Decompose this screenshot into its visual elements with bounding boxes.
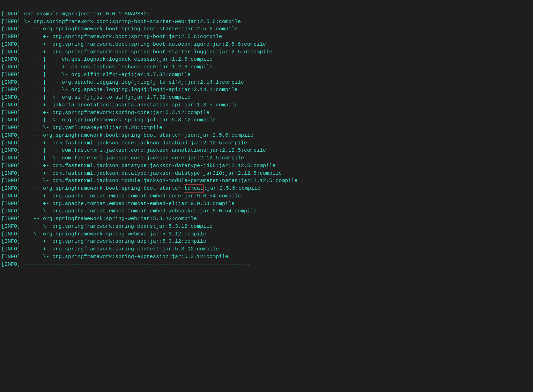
line-text: | +- org.apache.tomcat.embed:tomcat-embe… — [20, 200, 235, 208]
terminal-line: [INFO] | | \- com.fasterxml.jackson.core… — [1, 154, 532, 162]
terminal-line: [INFO] +- org.springframework:spring-con… — [1, 246, 532, 253]
info-tag: [INFO] — [1, 79, 20, 86]
line-text: | | | \- org.apache.logging.log4j:log4j-… — [20, 86, 238, 94]
info-tag: [INFO] — [1, 41, 20, 48]
line-text: | | +- org.apache.logging.log4j:log4j-to… — [20, 79, 244, 86]
terminal-line: [INFO] | +- org.apache.tomcat.embed:tomc… — [1, 200, 532, 208]
info-tag: [INFO] — [1, 215, 20, 223]
line-text: | +- com.fasterxml.jackson.core:jackson-… — [20, 140, 247, 147]
terminal-line: [INFO] +- org.springframework:spring-aop… — [1, 238, 532, 246]
line-text-after: :jar:2.5.6:compile — [203, 185, 260, 193]
terminal-line: [INFO] | | +- com.fasterxml.jackson.core… — [1, 147, 532, 154]
info-tag: [INFO] — [1, 101, 20, 109]
info-tag: [INFO] — [1, 25, 20, 33]
info-tag: [INFO] — [1, 63, 20, 71]
info-tag: [INFO] — [1, 223, 20, 231]
line-text: +- org.springframework.boot:spring-boot-… — [20, 25, 238, 33]
info-tag: [INFO] — [1, 48, 20, 56]
info-tag: [INFO] — [1, 261, 20, 269]
line-text: | +- org.springframework:spring-core:jar… — [20, 109, 209, 117]
terminal-line: [INFO] | +- org.springframework.boot:spr… — [1, 48, 532, 56]
line-text: \- org.springframework:spring-expression… — [20, 253, 228, 261]
terminal-line: [INFO] | +- org.springframework.boot:spr… — [1, 33, 532, 41]
info-tag: [INFO] — [1, 170, 20, 178]
line-text: | | \- org.slf4j:jul-to-slf4j:jar:1.7.32… — [20, 94, 191, 101]
terminal-line: [INFO] | +- com.fasterxml.jackson.dataty… — [1, 170, 532, 178]
info-tag: [INFO] — [1, 177, 20, 185]
info-tag: [INFO] — [1, 116, 20, 124]
info-tag: [INFO] — [1, 238, 20, 246]
info-tag: [INFO] — [1, 246, 20, 253]
info-tag: [INFO] — [1, 56, 20, 63]
line-text: +- org.springframework:spring-aop:jar:5.… — [20, 238, 206, 246]
terminal-output: [INFO] com.example:myproject:jar:0.0.1-S… — [0, 0, 533, 271]
info-tag: [INFO] — [1, 208, 20, 215]
terminal-line: [INFO] | \- org.apache.tomcat.embed:tomc… — [1, 208, 532, 215]
terminal-line: [INFO] | \- org.yaml:snakeyaml:jar:1.28:… — [1, 124, 532, 132]
line-text: \- org.springframework.boot:spring-boot-… — [20, 18, 241, 26]
info-tag: [INFO] — [1, 147, 20, 154]
line-text: \- org.springframework:spring-webmvc:jar… — [20, 231, 206, 238]
line-text: | | | +- ch.qos.logback:logback-core:jar… — [20, 63, 213, 71]
line-text: | \- com.fasterxml.jackson.module:jackso… — [20, 177, 297, 185]
terminal-line: [INFO] | +- com.fasterxml.jackson.core:j… — [1, 140, 532, 147]
line-text: | +- jakarta.annotation:jakarta.annotati… — [20, 101, 238, 109]
line-text: | \- org.springframework:spring-beans:ja… — [20, 223, 213, 231]
info-tag: [INFO] — [1, 185, 20, 193]
terminal-line: [INFO] +- org.springframework.boot:sprin… — [1, 132, 532, 140]
line-text: +- org.springframework:spring-web:jar:5.… — [20, 215, 197, 223]
line-text: +- org.springframework:spring-context:ja… — [20, 246, 219, 253]
terminal-line: [INFO] +- org.springframework:spring-web… — [1, 215, 532, 223]
info-tag: [INFO] — [1, 200, 20, 208]
terminal-line: [INFO] | +- jakarta.annotation:jakarta.a… — [1, 101, 532, 109]
terminal-line: [INFO] | +- org.springframework:spring-c… — [1, 109, 532, 117]
terminal-line: [INFO] | | +- org.apache.logging.log4j:l… — [1, 79, 532, 86]
line-text: | +- com.fasterxml.jackson.datatype:jack… — [20, 170, 282, 178]
line-text: +- org.springframework.boot:spring-boot-… — [20, 132, 253, 140]
info-tag: [INFO] — [1, 140, 20, 147]
info-tag: [INFO] — [1, 18, 20, 26]
line-text: | \- org.apache.tomcat.embed:tomcat-embe… — [20, 208, 257, 215]
info-tag: [INFO] — [1, 10, 20, 18]
line-text: | | | \- org.slf4j:slf4j-api:jar:1.7.32:… — [20, 71, 191, 79]
terminal-line: [INFO] | \- org.springframework:spring-b… — [1, 223, 532, 231]
info-tag: [INFO] — [1, 132, 20, 140]
terminal-line: [INFO] \- org.springframework:spring-web… — [1, 231, 532, 238]
info-tag: [INFO] — [1, 124, 20, 132]
line-text: | +- com.fasterxml.jackson.datatype:jack… — [20, 162, 275, 170]
info-tag: [INFO] — [1, 33, 20, 41]
line-text: | +- org.springframework.boot:spring-boo… — [20, 33, 222, 41]
info-tag: [INFO] — [1, 193, 20, 200]
terminal-line: [INFO] | | | +- ch.qos.logback:logback-c… — [1, 63, 532, 71]
line-text: | | \- com.fasterxml.jackson.core:jackso… — [20, 154, 244, 162]
line-text: | | \- org.springframework:spring-jcl:ja… — [20, 116, 216, 124]
terminal-line: [INFO] +- org.springframework.boot:sprin… — [1, 185, 532, 193]
info-tag: [INFO] — [1, 154, 20, 162]
line-text: com.example:myproject:jar:0.0.1-SNAPSHOT — [20, 10, 150, 18]
info-tag: [INFO] — [1, 162, 20, 170]
info-tag: [INFO] — [1, 86, 20, 94]
line-text: | +- org.springframework.boot:spring-boo… — [20, 48, 272, 56]
terminal-line: [INFO] | +- org.apache.tomcat.embed:tomc… — [1, 193, 532, 200]
terminal-line: [INFO] | | | \- org.apache.logging.log4j… — [1, 86, 532, 94]
info-tag: [INFO] — [1, 94, 20, 101]
terminal-line: [INFO] | | +- ch.qos.logback:logback-cla… — [1, 56, 532, 63]
terminal-line: [INFO] | +- org.springframework.boot:spr… — [1, 41, 532, 48]
terminal-line: [INFO] | +- com.fasterxml.jackson.dataty… — [1, 162, 532, 170]
line-text: | +- org.apache.tomcat.embed:tomcat-embe… — [20, 193, 241, 200]
terminal-line: [INFO] | | | \- org.slf4j:slf4j-api:jar:… — [1, 71, 532, 79]
terminal-line: [INFO] \- org.springframework.boot:sprin… — [1, 18, 532, 26]
line-text: | +- org.springframework.boot:spring-boo… — [20, 41, 266, 48]
info-tag: [INFO] — [1, 231, 20, 238]
line-text: ----------------------------------------… — [20, 261, 250, 269]
info-tag: [INFO] — [1, 253, 20, 261]
info-tag: [INFO] — [1, 71, 20, 79]
terminal-line: [INFO] +- org.springframework.boot:sprin… — [1, 25, 532, 33]
terminal-line: [INFO] | | \- org.slf4j:jul-to-slf4j:jar… — [1, 94, 532, 101]
line-text: +- org.springframework.boot:spring-boot-… — [20, 185, 184, 193]
terminal-line: [INFO] com.example:myproject:jar:0.0.1-S… — [1, 10, 532, 18]
line-text: | | +- com.fasterxml.jackson.core:jackso… — [20, 147, 266, 154]
highlighted-tomcat: tomcat — [184, 185, 203, 193]
line-text: | | +- ch.qos.logback:logback-classic:ja… — [20, 56, 213, 63]
line-text: | \- org.yaml:snakeyaml:jar:1.28:compile — [20, 124, 162, 132]
